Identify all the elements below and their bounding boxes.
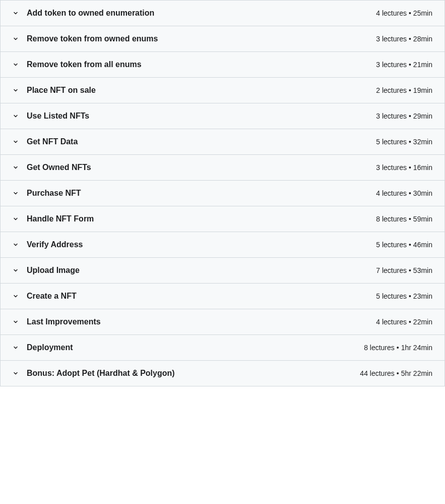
- section-lectures: 2 lectures: [376, 86, 407, 94]
- section-title: Last Improvements: [27, 317, 376, 326]
- section-row[interactable]: Verify Address5 lectures•46min: [1, 232, 444, 257]
- section-row[interactable]: Remove token from all enums3 lectures•21…: [1, 51, 444, 77]
- section-row[interactable]: Upload Image7 lectures•53min: [1, 257, 444, 283]
- section-meta: 3 lectures•29min: [376, 112, 432, 120]
- separator-dot: •: [409, 138, 411, 146]
- section-duration: 23min: [413, 292, 432, 300]
- section-title: Create a NFT: [27, 292, 376, 301]
- section-meta: 3 lectures•16min: [376, 163, 432, 172]
- chevron-down-icon: [13, 190, 19, 196]
- section-lectures: 4 lectures: [376, 9, 407, 17]
- section-duration: 16min: [413, 163, 432, 172]
- section-duration: 19min: [413, 86, 432, 94]
- section-meta: 2 lectures•19min: [376, 86, 432, 94]
- separator-dot: •: [409, 241, 411, 249]
- chevron-down-icon: [13, 87, 19, 93]
- section-duration: 5hr 22min: [401, 369, 432, 377]
- chevron-down-icon: [13, 319, 19, 325]
- section-meta: 8 lectures•59min: [376, 215, 432, 223]
- section-lectures: 3 lectures: [376, 112, 407, 120]
- chevron-down-icon: [13, 370, 19, 376]
- chevron-down-icon: [13, 345, 19, 351]
- section-title: Get NFT Data: [27, 137, 376, 146]
- section-lectures: 4 lectures: [376, 189, 407, 197]
- section-row[interactable]: Get NFT Data5 lectures•32min: [1, 129, 444, 154]
- section-title: Place NFT on sale: [27, 86, 376, 95]
- section-title: Upload Image: [27, 266, 376, 275]
- chevron-down-icon: [13, 10, 19, 16]
- section-title: Purchase NFT: [27, 189, 376, 198]
- section-row[interactable]: Add token to owned enumeration4 lectures…: [1, 0, 444, 26]
- section-lectures: 5 lectures: [376, 292, 407, 300]
- section-row[interactable]: Last Improvements4 lectures•22min: [1, 309, 444, 334]
- chevron-down-icon: [13, 267, 19, 273]
- section-lectures: 3 lectures: [376, 35, 407, 43]
- section-lectures: 44 lectures: [360, 369, 394, 377]
- section-row[interactable]: Use Listed NFTs3 lectures•29min: [1, 103, 444, 129]
- section-title: Add token to owned enumeration: [27, 9, 376, 18]
- separator-dot: •: [409, 9, 411, 17]
- section-title: Remove token from all enums: [27, 60, 376, 69]
- separator-dot: •: [409, 61, 411, 69]
- section-duration: 21min: [413, 61, 432, 69]
- section-row[interactable]: Bonus: Adopt Pet (Hardhat & Polygon)44 l…: [1, 360, 444, 386]
- separator-dot: •: [409, 266, 411, 274]
- section-title: Deployment: [27, 343, 364, 352]
- chevron-down-icon: [13, 139, 19, 145]
- section-duration: 29min: [413, 112, 432, 120]
- section-meta: 4 lectures•22min: [376, 318, 432, 326]
- section-lectures: 3 lectures: [376, 61, 407, 69]
- section-meta: 5 lectures•32min: [376, 138, 432, 146]
- section-meta: 8 lectures•1hr 24min: [364, 344, 432, 352]
- section-duration: 46min: [413, 241, 432, 249]
- chevron-down-icon: [13, 293, 19, 299]
- section-meta: 3 lectures•21min: [376, 61, 432, 69]
- section-row[interactable]: Deployment8 lectures•1hr 24min: [1, 334, 444, 360]
- section-row[interactable]: Purchase NFT4 lectures•30min: [1, 180, 444, 206]
- section-lectures: 8 lectures: [376, 215, 407, 223]
- section-title: Bonus: Adopt Pet (Hardhat & Polygon): [27, 369, 360, 378]
- separator-dot: •: [409, 112, 411, 120]
- separator-dot: •: [397, 344, 399, 352]
- chevron-down-icon: [13, 62, 19, 68]
- section-duration: 32min: [413, 138, 432, 146]
- section-title: Use Listed NFTs: [27, 111, 376, 121]
- section-lectures: 7 lectures: [376, 266, 407, 274]
- separator-dot: •: [409, 215, 411, 223]
- separator-dot: •: [409, 163, 411, 172]
- course-section-list: Add token to owned enumeration4 lectures…: [0, 0, 445, 386]
- separator-dot: •: [409, 86, 411, 94]
- section-meta: 4 lectures•25min: [376, 9, 432, 17]
- section-row[interactable]: Create a NFT5 lectures•23min: [1, 283, 444, 309]
- chevron-down-icon: [13, 242, 19, 248]
- section-row[interactable]: Handle NFT Form8 lectures•59min: [1, 206, 444, 232]
- chevron-down-icon: [13, 113, 19, 119]
- section-meta: 5 lectures•46min: [376, 241, 432, 249]
- section-duration: 1hr 24min: [401, 344, 432, 352]
- section-lectures: 5 lectures: [376, 241, 407, 249]
- section-title: Remove token from owned enums: [27, 34, 376, 43]
- section-meta: 7 lectures•53min: [376, 266, 432, 274]
- section-duration: 59min: [413, 215, 432, 223]
- section-meta: 4 lectures•30min: [376, 189, 432, 197]
- section-duration: 30min: [413, 189, 432, 197]
- section-row[interactable]: Get Owned NFTs3 lectures•16min: [1, 154, 444, 180]
- section-row[interactable]: Remove token from owned enums3 lectures•…: [1, 26, 444, 51]
- separator-dot: •: [409, 292, 411, 300]
- section-title: Get Owned NFTs: [27, 163, 376, 172]
- section-title: Handle NFT Form: [27, 214, 376, 223]
- chevron-down-icon: [13, 164, 19, 171]
- section-duration: 53min: [413, 266, 432, 274]
- section-lectures: 4 lectures: [376, 318, 407, 326]
- section-meta: 3 lectures•28min: [376, 35, 432, 43]
- section-row[interactable]: Place NFT on sale2 lectures•19min: [1, 77, 444, 103]
- section-duration: 28min: [413, 35, 432, 43]
- section-lectures: 8 lectures: [364, 344, 395, 352]
- section-lectures: 5 lectures: [376, 138, 407, 146]
- section-lectures: 3 lectures: [376, 163, 407, 172]
- section-duration: 22min: [413, 318, 432, 326]
- section-meta: 5 lectures•23min: [376, 292, 432, 300]
- section-duration: 25min: [413, 9, 432, 17]
- section-meta: 44 lectures•5hr 22min: [360, 369, 432, 377]
- section-title: Verify Address: [27, 240, 376, 249]
